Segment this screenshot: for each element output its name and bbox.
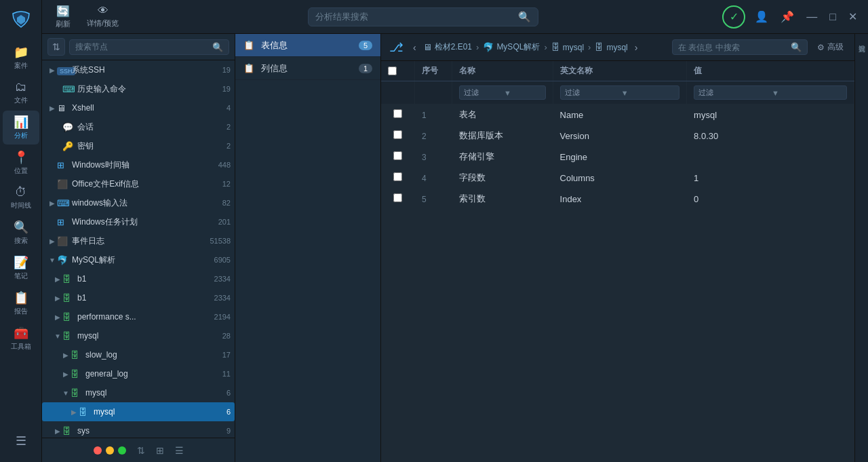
b1a-icon: 🗄	[62, 274, 75, 284]
row-checkbox-cell[interactable]	[381, 189, 414, 210]
tree-item-officeexif[interactable]: ⬛ Office文件Exif信息 12	[42, 174, 235, 193]
filter-en-cell[interactable]: 过滤 ▼	[553, 81, 687, 104]
git-icon[interactable]: ⎇	[387, 37, 406, 58]
tree-item-performance[interactable]: ▶ 🗄 performance s... 2194	[42, 307, 235, 326]
sidebar-item-analyze[interactable]: 📊 分析	[3, 111, 39, 145]
select-all-checkbox[interactable]	[388, 66, 397, 75]
tree-sort-button[interactable]: ⇅	[47, 38, 65, 56]
tree-item-sys[interactable]: ▶ 🗄 sys 9	[42, 421, 235, 438]
traffic-red[interactable]	[94, 446, 102, 455]
ssh-icon: SSH	[57, 65, 69, 75]
tree-search-input[interactable]	[75, 42, 212, 52]
tree-item-b1a[interactable]: ▶ 🗄 b1 2334	[42, 269, 235, 288]
search-input[interactable]	[315, 12, 518, 22]
perf-icon: 🗄	[62, 312, 75, 322]
sidebar-item-notes[interactable]: 📝 笔记	[3, 251, 39, 285]
expand-icon: ▶	[47, 237, 57, 245]
row-seq: 3	[414, 147, 452, 168]
tree-item-generallog[interactable]: ▶ 🗄 general_log 11	[42, 364, 235, 383]
tree-item-key[interactable]: 🔑 密钥 2	[42, 136, 235, 155]
report-icon: 📋	[14, 290, 28, 305]
tree-item-eventlog[interactable]: ▶ ⬛ 事件日志 51538	[42, 231, 235, 250]
row-checkbox[interactable]	[393, 130, 402, 139]
node-item-colinfo[interactable]: 📋 列信息 1	[235, 57, 380, 80]
sidebar-item-menu[interactable]: ☰	[3, 429, 39, 454]
table-row: 1 表名 Name mysql	[381, 104, 854, 126]
bc-icon-1: 🐬	[483, 42, 494, 52]
tree-item-mysql-folder[interactable]: ▼ 🗄 mysql 28	[42, 326, 235, 345]
row-seq: 1	[414, 104, 452, 126]
row-checkbox-cell[interactable]	[381, 126, 414, 147]
traffic-green[interactable]	[118, 446, 126, 455]
row-checkbox[interactable]	[393, 151, 402, 160]
grid-button[interactable]: ⊞	[156, 445, 164, 456]
row-value	[687, 147, 854, 168]
tree-item-wintask[interactable]: ⊞ Windows任务计划 201	[42, 212, 235, 231]
history-icon: ⌨	[62, 84, 75, 94]
row-checkbox-cell[interactable]	[381, 104, 414, 126]
search-submit-icon[interactable]: 🔍	[518, 11, 531, 23]
advanced-button[interactable]: ⚙ 高级	[812, 39, 849, 56]
breadcrumb-item-2[interactable]: 🗄 mysql	[551, 42, 584, 52]
tree-item-mysql-selected[interactable]: ▶ 🗄 mysql 6	[42, 402, 235, 421]
expand-icon: ▶	[47, 104, 57, 112]
breadcrumb-item-0[interactable]: 🖥 检材2.E01	[423, 41, 472, 53]
filter-name-cell[interactable]: 过滤 ▼	[452, 81, 553, 104]
row-checkbox[interactable]	[393, 193, 402, 202]
sidebar-item-tools[interactable]: 🧰 工具箱	[3, 322, 39, 355]
tree-item-b1b[interactable]: ▶ 🗄 b1 2334	[42, 288, 235, 307]
split-view-button[interactable]: ⇅	[137, 445, 145, 456]
breadcrumb-item-3[interactable]: 🗄 mysql	[595, 42, 627, 52]
filter-en-icon: ▼	[621, 89, 675, 97]
tree-item-winime[interactable]: ▶ ⌨ windows输入法 82	[42, 193, 235, 212]
row-checkbox-cell[interactable]	[381, 147, 414, 168]
node-item-tableinfo[interactable]: 📋 表信息 5	[235, 34, 380, 57]
tree-item-dialog[interactable]: 💬 会话 2	[42, 117, 235, 136]
tree-item-wintimeline[interactable]: ⊞ Windows时间轴 448	[42, 155, 235, 174]
tree-item-mysql-subfolder[interactable]: ▼ 🗄 mysql 6	[42, 383, 235, 402]
row-checkbox-cell[interactable]	[381, 168, 414, 189]
table-row: 3 存储引擎 Engine	[381, 147, 854, 168]
sidebar-item-folder[interactable]: 🗂 文件	[3, 76, 39, 109]
sidebar-item-search[interactable]: 🔍 搜索	[3, 216, 39, 250]
row-checkbox[interactable]	[393, 172, 402, 181]
row-en-name: Engine	[553, 147, 687, 168]
filter-val-cell[interactable]: 过滤 ▼	[687, 81, 854, 104]
tree-item-mysql-root[interactable]: ▼ 🐬 MySQL解析 6905	[42, 250, 235, 269]
sidebar-item-report[interactable]: 📋 报告	[3, 286, 39, 320]
row-en-name: Index	[553, 189, 687, 210]
windows-icon: ⊞	[57, 160, 69, 170]
close-icon[interactable]: ✕	[846, 7, 860, 26]
breadcrumb-forward[interactable]: ›	[632, 41, 641, 54]
task-icon: ⊞	[57, 217, 69, 227]
tree-item-history[interactable]: ⌨ 历史输入命令 19	[42, 79, 235, 98]
breadcrumb-search-input[interactable]	[678, 43, 791, 52]
tree-search-icon[interactable]: 🔍	[212, 42, 223, 52]
maximize-icon[interactable]: □	[827, 8, 839, 26]
tree-item-xshell[interactable]: ▶ 🖥 Xshell 4	[42, 98, 235, 117]
breadcrumb-search-icon[interactable]: 🔍	[791, 42, 802, 52]
sidebar-item-files[interactable]: 📁 案件	[3, 41, 39, 75]
expand-icon: ▶	[53, 313, 62, 321]
filter-checkbox-cell	[381, 81, 414, 104]
detail-button[interactable]: 👁 详情/预览	[81, 2, 124, 31]
pin-icon[interactable]: 📌	[778, 7, 797, 26]
list-button[interactable]: ☰	[175, 445, 184, 456]
breadcrumb-item-1[interactable]: 🐬 MySQL解析	[483, 41, 540, 53]
ime-icon: ⌨	[57, 198, 69, 208]
row-checkbox[interactable]	[393, 109, 402, 118]
tree-item-ssh[interactable]: ▶ SSH 系统SSH 19	[42, 60, 235, 79]
breadcrumb-back[interactable]: ‹	[410, 41, 419, 54]
sidebar-item-location[interactable]: 📍 位置	[3, 146, 39, 180]
app-logo	[7, 5, 35, 33]
refresh-button[interactable]: 🔄 刷新	[50, 2, 76, 32]
user-icon[interactable]: 👤	[752, 7, 771, 26]
minimize-icon[interactable]: —	[804, 8, 820, 26]
traffic-yellow[interactable]	[106, 446, 114, 455]
sidebar-item-timeline[interactable]: ⏱ 时间线	[3, 181, 39, 214]
expand-icon: ▶	[53, 427, 62, 435]
row-value: 1	[687, 168, 854, 189]
filter-seq-cell	[414, 81, 452, 104]
tree-item-slowlog[interactable]: ▶ 🗄 slow_log 17	[42, 345, 235, 364]
row-en-name: Columns	[553, 168, 687, 189]
